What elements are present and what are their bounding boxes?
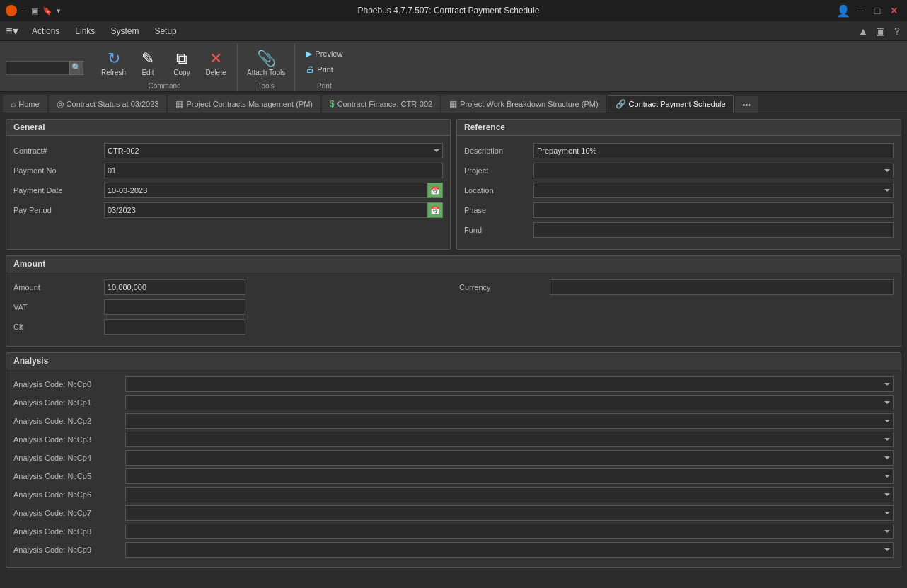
- amount-field[interactable]: [104, 279, 245, 295]
- app-icon: [6, 5, 17, 16]
- payment-date-calendar-button[interactable]: 📅: [427, 183, 443, 198]
- analysis-select-1[interactable]: [125, 395, 894, 410]
- tab-more-button[interactable]: •••: [735, 96, 759, 113]
- fund-field[interactable]: [533, 222, 894, 238]
- copy-button[interactable]: ⧉ Copy: [166, 47, 197, 79]
- tab-contract-status-label: Contract Status at 03/2023: [67, 100, 159, 108]
- tab-project-contracts[interactable]: ▦ Project Contracts Management (PM): [168, 95, 320, 113]
- tab-contract-finance[interactable]: $ Contract Finance: CTR-002: [322, 95, 440, 113]
- minimize-button[interactable]: ─: [853, 4, 867, 18]
- command-group-label: Command: [148, 82, 180, 91]
- cit-field[interactable]: [104, 319, 245, 335]
- edit-button[interactable]: ✎ Edit: [132, 47, 163, 79]
- menu-links[interactable]: Links: [67, 23, 103, 39]
- currency-label: Currency: [459, 283, 544, 292]
- maximize-button[interactable]: □: [870, 4, 884, 18]
- print-icon: 🖨: [306, 64, 314, 74]
- tab-project-wbs[interactable]: ▦ Project Work Breakdown Structure (PM): [441, 95, 606, 113]
- analysis-select-4[interactable]: [125, 450, 894, 466]
- analysis-row-7: Analysis Code: NcCp7: [13, 505, 894, 521]
- analysis-row-5: Analysis Code: NcCp5: [13, 468, 894, 484]
- attach-tools-button[interactable]: 📎 Attach Tools: [243, 47, 289, 79]
- delete-button[interactable]: ✕ Delete: [200, 47, 231, 79]
- currency-field[interactable]: [550, 279, 894, 295]
- cit-row: Cit: [13, 319, 894, 335]
- payment-date-row: Payment Date 📅: [13, 183, 443, 198]
- menu-right-controls: ▲ ▣ ?: [856, 24, 904, 38]
- title-menu-icon[interactable]: ▣: [31, 6, 38, 16]
- copy-label: Copy: [173, 69, 190, 76]
- pay-period-calendar-button[interactable]: 📅: [427, 202, 443, 218]
- print-group-items: ▶ Preview 🖨 Print: [301, 44, 347, 82]
- title-pin-icon[interactable]: 🔖: [42, 6, 52, 16]
- edit-label: Edit: [141, 69, 154, 76]
- menu-collapse-icon[interactable]: ▲: [856, 24, 870, 38]
- refresh-button[interactable]: ↻ Refresh: [98, 47, 129, 79]
- title-minimize-icon[interactable]: ─: [21, 6, 27, 15]
- contract-finance-icon: $: [330, 99, 335, 109]
- menu-actions[interactable]: Actions: [24, 23, 67, 39]
- amount-label: Amount: [13, 283, 98, 292]
- amount-left: Amount: [13, 279, 448, 295]
- project-contracts-icon: ▦: [175, 99, 183, 109]
- menu-system[interactable]: System: [103, 23, 146, 39]
- payment-no-row: Payment No: [13, 163, 443, 178]
- vat-field[interactable]: [104, 299, 245, 315]
- pay-period-field[interactable]: [104, 202, 427, 218]
- delete-label: Delete: [206, 69, 226, 76]
- analysis-label-1: Analysis Code: NcCp1: [13, 398, 120, 407]
- amount-main-row: Amount Currency: [13, 279, 894, 295]
- print-button[interactable]: 🖨 Print: [301, 62, 338, 76]
- user-icon[interactable]: 👤: [836, 4, 850, 18]
- tab-home-label: Home: [18, 100, 39, 108]
- tab-contract-status[interactable]: ◎ Contract Status at 03/2023: [49, 95, 167, 113]
- hamburger-menu[interactable]: ≡▾: [3, 23, 21, 40]
- search-input[interactable]: [6, 61, 69, 75]
- phase-field[interactable]: [533, 202, 894, 218]
- print-label: Print: [317, 65, 333, 74]
- edit-icon: ✎: [141, 49, 154, 69]
- analysis-select-7[interactable]: [125, 505, 894, 521]
- tab-contract-payment-label: Contract Payment Schedule: [629, 100, 726, 108]
- project-label: Project: [464, 166, 528, 175]
- preview-button[interactable]: ▶ Preview: [301, 47, 347, 61]
- cit-label: Cit: [13, 323, 98, 331]
- menu-window-icon[interactable]: ▣: [873, 24, 887, 38]
- description-field[interactable]: [533, 143, 894, 158]
- ribbon: 🔍 ↻ Refresh ✎ Edit ⧉ Copy ✕ Delete Comma…: [0, 41, 907, 92]
- payment-no-field[interactable]: [104, 163, 443, 178]
- tools-group-items: 📎 Attach Tools: [243, 44, 289, 82]
- menu-setup[interactable]: Setup: [146, 23, 184, 39]
- analysis-select-6[interactable]: [125, 487, 894, 502]
- contract-num-row: Contract# CTR-002: [13, 143, 443, 158]
- payment-date-field[interactable]: [104, 183, 427, 198]
- analysis-row-0: Analysis Code: NcCp0: [13, 376, 894, 392]
- analysis-select-3[interactable]: [125, 432, 894, 447]
- refresh-icon: ↻: [108, 49, 120, 69]
- window-controls: 👤 ─ □ ✕: [836, 4, 901, 18]
- attach-label: Attach Tools: [247, 69, 285, 76]
- analysis-select-5[interactable]: [125, 468, 894, 484]
- location-field[interactable]: [533, 183, 894, 198]
- analysis-select-9[interactable]: [125, 542, 894, 558]
- phase-row: Phase: [464, 202, 894, 218]
- home-icon: ⌂: [11, 99, 16, 109]
- project-field[interactable]: [533, 163, 894, 178]
- reference-header: Reference: [457, 120, 901, 136]
- tab-contract-payment[interactable]: 🔗 Contract Payment Schedule: [608, 95, 734, 113]
- analysis-select-0[interactable]: [125, 376, 894, 392]
- tab-home[interactable]: ⌂ Home: [3, 95, 47, 113]
- analysis-row-2: Analysis Code: NcCp2: [13, 413, 894, 429]
- print-group: ▶ Preview 🖨 Print Print: [295, 44, 353, 91]
- analysis-select-8[interactable]: [125, 524, 894, 539]
- amount-body: Amount Currency VAT Cit: [6, 272, 901, 346]
- search-button[interactable]: 🔍: [69, 61, 83, 75]
- analysis-row-9: Analysis Code: NcCp9: [13, 542, 894, 558]
- main-content: General Contract# CTR-002 Payment No Pay…: [0, 113, 907, 588]
- pay-period-row: Pay Period 📅: [13, 202, 443, 218]
- analysis-select-2[interactable]: [125, 413, 894, 429]
- menu-help-icon[interactable]: ?: [890, 24, 904, 38]
- contract-num-field[interactable]: CTR-002: [104, 143, 443, 158]
- analysis-header: Analysis: [6, 353, 901, 369]
- close-button[interactable]: ✕: [887, 4, 901, 18]
